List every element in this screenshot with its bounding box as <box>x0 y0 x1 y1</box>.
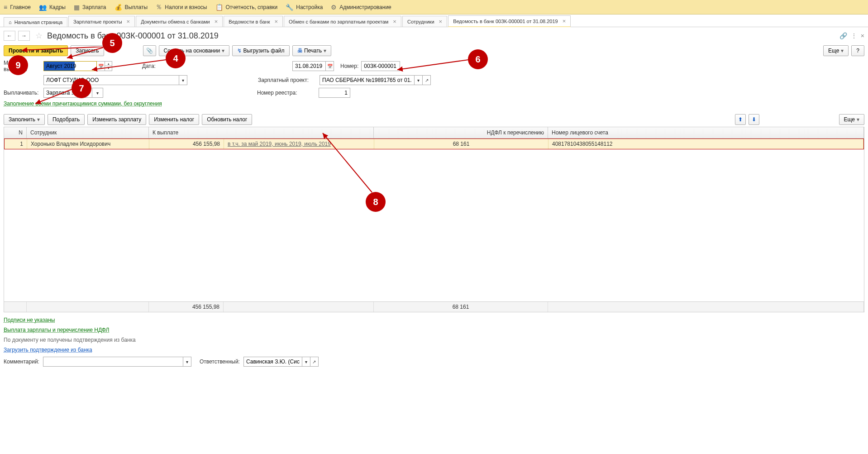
move-up-button[interactable]: ⬆ <box>735 114 746 125</box>
help-button[interactable]: ? <box>851 45 864 56</box>
topmenu-item[interactable]: ≡Главное <box>4 4 31 11</box>
signatures-link[interactable]: Подписи не указаны <box>4 317 864 323</box>
titlebar: ← → ☆ Ведомость в банк 00ЗК-000001 от 31… <box>0 27 868 44</box>
tab[interactable]: ⌂Начальная страница <box>4 17 67 27</box>
svg-line-1 <box>67 48 103 58</box>
callout-5: 5 <box>102 33 122 53</box>
topmenu-item[interactable]: 💰Выплаты <box>114 4 148 11</box>
comment-label: Комментарий: <box>4 358 39 365</box>
callout-6: 6 <box>468 49 488 69</box>
account-cell: 40817810438055148112 <box>548 139 863 149</box>
close-icon[interactable]: × <box>563 18 566 24</box>
project-open-icon[interactable]: ↗ <box>423 75 431 85</box>
pick-button[interactable]: Подобрать <box>48 114 85 125</box>
grid-more-button[interactable]: Еще▾ <box>839 114 864 125</box>
people-icon: 👥 <box>39 4 47 11</box>
wrench-icon: 🔧 <box>286 4 293 11</box>
link-icon[interactable]: 🔗 <box>839 32 847 39</box>
project-dropdown-icon[interactable]: ▾ <box>415 75 423 85</box>
close-icon[interactable]: × <box>127 18 130 25</box>
calendar-icon: ▦ <box>74 4 80 11</box>
comment-dropdown-icon[interactable]: ▾ <box>183 357 191 367</box>
topmenu-item[interactable]: ⚙Администрирование <box>331 4 391 11</box>
change-tax-button[interactable]: Изменить налог <box>149 114 199 125</box>
close-icon[interactable]: × <box>393 18 396 25</box>
close-icon[interactable]: × <box>274 18 278 25</box>
close-icon[interactable]: × <box>439 18 443 25</box>
top-menu: ≡Главное👥Кадры▦Зарплата💰Выплаты％Налоги и… <box>0 0 868 14</box>
col-header-employee[interactable]: Сотрудник <box>27 127 149 138</box>
topmenu-item[interactable]: 🔧Настройка <box>286 4 323 11</box>
topmenu-item[interactable]: 👥Кадры <box>39 4 66 11</box>
percent-icon: ％ <box>156 3 162 11</box>
responsible-dropdown-icon[interactable]: ▾ <box>302 357 310 367</box>
export-file-button[interactable]: ↯ Выгрузить файл <box>232 45 289 56</box>
topmenu-item[interactable]: ▦Зарплата <box>74 4 106 11</box>
topmenu-item[interactable]: 📋Отчетность, справки <box>215 4 278 11</box>
registry-input[interactable] <box>319 88 350 98</box>
callout-8: 8 <box>366 192 386 212</box>
tab[interactable]: Ведомости в банк× <box>224 16 283 27</box>
svg-line-4 <box>397 60 468 70</box>
home-icon: ⌂ <box>9 19 12 25</box>
document-title: Ведомость в банк 00ЗК-000001 от 31.08.20… <box>47 31 219 41</box>
close-window-icon[interactable]: × <box>861 32 864 39</box>
date-input[interactable] <box>292 61 326 71</box>
forward-button[interactable]: → <box>18 31 30 41</box>
number-label: Номер: <box>340 63 358 69</box>
report-icon: 📋 <box>215 4 223 11</box>
update-tax-button[interactable]: Обновить налог <box>202 114 252 125</box>
comment-input[interactable] <box>43 357 183 367</box>
table-row[interactable]: 1 Хоронько Владлен Исидорович 456 155,98… <box>4 139 864 149</box>
main-toolbar: Провести и закрыть Записать 📎 Создать на… <box>0 44 868 60</box>
more-menu-icon[interactable]: ⋮ <box>851 32 857 39</box>
callout-4: 4 <box>166 48 186 68</box>
more-button[interactable]: Еще▾ <box>823 45 849 56</box>
gear-icon: ⚙ <box>331 4 337 11</box>
responsible-input[interactable] <box>243 357 302 367</box>
move-down-button[interactable]: ⬇ <box>749 114 759 125</box>
favorite-star-icon[interactable]: ☆ <box>35 31 43 41</box>
responsible-label: Ответственный: <box>200 358 240 365</box>
dropdown-icon[interactable]: ▾ <box>179 75 187 85</box>
col-header-ndfl[interactable]: НДФЛ к перечислению <box>374 127 548 138</box>
svg-line-2 <box>92 60 166 70</box>
pay-detail-link[interactable]: в т.ч. за май 2019, июнь 2019, июль 2019 <box>228 141 331 147</box>
svg-line-5 <box>323 133 372 192</box>
payment-tax-link[interactable]: Выплата зарплаты и перечисление НДФЛ <box>4 327 864 333</box>
callout-7: 7 <box>72 78 91 98</box>
close-icon[interactable]: × <box>215 18 218 25</box>
money-icon: 💰 <box>114 4 122 11</box>
ndfl-cell: 68 161 <box>374 139 548 149</box>
print-button[interactable]: 🖶 Печать▾ <box>292 45 332 56</box>
project-input[interactable] <box>320 75 415 85</box>
pay-cell: 456 155,98 <box>149 139 224 149</box>
load-confirmation-link[interactable]: Загрузить подтверждение из банка <box>4 347 864 353</box>
registry-label: Номер реестра: <box>257 90 316 96</box>
tab[interactable]: Ведомость в банк 00ЗК-000001 от 31.08.20… <box>448 15 571 27</box>
responsible-open-icon[interactable]: ↗ <box>310 357 319 367</box>
no-confirmation-text: По документу не получены подтверждения и… <box>4 337 864 343</box>
topmenu-item[interactable]: ％Налоги и взносы <box>156 3 207 11</box>
pay-type-dropdown-icon[interactable]: ▾ <box>92 88 103 98</box>
col-header-n[interactable]: N <box>4 127 27 138</box>
attachment-button[interactable]: 📎 <box>143 45 156 56</box>
footer-pay-total: 456 155,98 <box>149 302 224 312</box>
fill-options-link[interactable]: Заполнение всеми причитающимися суммами,… <box>4 100 162 107</box>
back-button[interactable]: ← <box>4 31 15 41</box>
tab[interactable]: Обмен с банками по зарплатным проектам× <box>284 16 401 27</box>
footer-ndfl-total: 68 161 <box>374 302 548 312</box>
project-label: Зарплатный проект: <box>258 77 317 83</box>
tab[interactable]: Документы обмена с банками× <box>136 16 223 27</box>
col-header-account[interactable]: Номер лицевого счета <box>548 127 864 138</box>
change-salary-button[interactable]: Изменить зарплату <box>87 114 146 125</box>
svg-line-3 <box>35 89 73 104</box>
employee-grid: N Сотрудник К выплате НДФЛ к перечислени… <box>4 127 864 312</box>
date-calendar-icon[interactable]: 📅 <box>326 61 334 71</box>
tab[interactable]: Зарплатные проекты× <box>68 16 135 27</box>
fill-button[interactable]: Заполнить▾ <box>4 114 45 125</box>
tab[interactable]: Сотрудники× <box>402 16 447 27</box>
organization-input[interactable] <box>43 75 179 85</box>
menu-icon: ≡ <box>4 4 7 11</box>
employee-cell: Хоронько Владлен Исидорович <box>27 139 149 149</box>
